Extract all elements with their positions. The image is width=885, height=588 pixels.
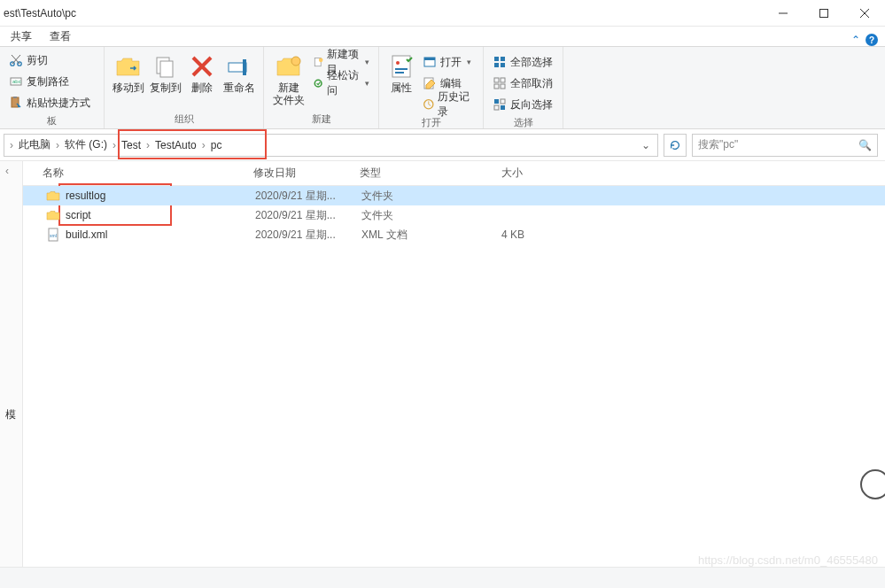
svg-rect-17 [243, 59, 246, 75]
new-folder-button[interactable]: 新建 文件夹 [271, 50, 307, 107]
floating-button[interactable] [860, 469, 885, 499]
svg-rect-38 [494, 99, 499, 104]
col-type[interactable]: 类型 [360, 166, 466, 181]
status-bar [0, 567, 885, 588]
col-name[interactable]: 名称 [23, 166, 253, 181]
close-button[interactable] [844, 0, 885, 27]
copy-to-button[interactable]: 复制到 [149, 50, 182, 95]
properties-icon [387, 52, 415, 81]
svg-rect-36 [494, 84, 499, 89]
move-to-button[interactable]: 移动到 [112, 50, 145, 95]
svg-text:xml: xml [50, 233, 57, 238]
chevron-down-icon: ▾ [467, 58, 471, 66]
maximize-button[interactable] [803, 0, 844, 27]
paste-shortcut-icon [9, 96, 23, 110]
file-row[interactable]: xmlbuild.xml2020/9/21 星期...XML 文档4 KB [23, 225, 885, 244]
easy-access-icon [313, 76, 323, 90]
svg-point-23 [396, 61, 400, 65]
file-icon: xml [46, 228, 60, 242]
svg-rect-24 [395, 68, 408, 70]
breadcrumb-item[interactable]: 此电脑 [15, 137, 54, 152]
ribbon-collapse-icon[interactable]: ⌃ [851, 34, 860, 46]
svg-rect-25 [395, 72, 404, 74]
refresh-button[interactable] [664, 134, 687, 157]
chevron-right-icon: › [8, 139, 15, 151]
new-folder-icon [275, 52, 303, 81]
cut-button[interactable]: 剪切 [7, 50, 92, 70]
breadcrumb-dropdown[interactable]: ⌄ [638, 139, 654, 151]
open-button[interactable]: 打开▾ [421, 52, 476, 72]
select-none-button[interactable]: 全部取消 [491, 74, 555, 93]
file-date: 2020/9/21 星期... [255, 228, 361, 243]
column-headers: 名称 修改日期 类型 大小 [23, 161, 885, 186]
svg-point-18 [291, 57, 300, 66]
svg-rect-40 [494, 105, 499, 110]
search-placeholder: 搜索"pc" [698, 137, 858, 152]
rename-icon [225, 52, 253, 81]
move-to-icon [114, 52, 143, 81]
history-button[interactable]: 历史记录 [421, 95, 476, 114]
svg-rect-33 [501, 63, 505, 67]
delete-button[interactable]: 删除 [186, 50, 220, 95]
svg-rect-32 [494, 63, 499, 67]
rename-button[interactable]: 重命名 [222, 50, 256, 95]
svg-text:abc: abc [12, 79, 21, 84]
file-type: 文件夹 [361, 189, 468, 204]
title-bar: est\TestAuto\pc [0, 0, 885, 27]
select-all-icon [493, 55, 507, 69]
address-bar: › 此电脑 › 软件 (G:) › Test › TestAuto › pc ⌄… [0, 129, 885, 161]
breadcrumb[interactable]: › 此电脑 › 软件 (G:) › Test › TestAuto › pc ⌄ [4, 134, 658, 157]
svg-rect-34 [494, 78, 499, 82]
help-icon[interactable]: ? [866, 34, 878, 46]
svg-rect-13 [160, 61, 173, 77]
delete-icon [188, 52, 216, 81]
col-date[interactable]: 修改日期 [253, 166, 360, 181]
file-row[interactable]: resultlog2020/9/21 星期...文件夹 [23, 186, 885, 205]
file-size: 4 KB [468, 228, 539, 241]
minimize-button[interactable] [763, 0, 803, 27]
select-none-icon [493, 76, 507, 90]
group-clipboard-label: 板 [7, 112, 97, 130]
svg-rect-37 [501, 84, 505, 89]
tab-share[interactable]: 共享 [2, 27, 41, 46]
col-size[interactable]: 大小 [466, 166, 537, 181]
copy-to-icon [151, 52, 180, 81]
select-all-button[interactable]: 全部选择 [491, 52, 555, 72]
search-icon: 🔍 [858, 139, 872, 151]
svg-rect-35 [501, 78, 505, 82]
folder-icon [46, 208, 60, 222]
svg-point-20 [319, 58, 323, 62]
ribbon: 剪切 abc复制路径 粘贴快捷方式 板 移动到 复制到 删除 重命名 组织 新建… [0, 47, 885, 129]
group-select-label: 选择 [491, 114, 555, 132]
scissors-icon [9, 53, 23, 67]
new-item-icon [313, 55, 323, 69]
paste-shortcut-button[interactable]: 粘贴快捷方式 [7, 93, 92, 112]
tab-view[interactable]: 查看 [41, 27, 80, 46]
chevron-down-icon: ▾ [365, 58, 369, 66]
open-icon [423, 55, 437, 69]
chevron-right-icon: › [54, 139, 61, 151]
easy-access-button[interactable]: 轻松访问▾ [311, 74, 371, 93]
file-name: build.xml [66, 228, 255, 241]
group-open-label: 打开 [386, 114, 476, 132]
file-date: 2020/9/21 星期... [255, 189, 361, 204]
svg-point-21 [314, 80, 322, 87]
invert-selection-button[interactable]: 反向选择 [491, 95, 555, 114]
history-icon [423, 97, 435, 112]
file-name: script [66, 209, 255, 221]
edit-icon [423, 76, 437, 90]
annotation-highlight [118, 129, 267, 159]
file-row[interactable]: script2020/9/21 星期...文件夹 [23, 205, 885, 225]
file-name: resultlog [66, 190, 255, 202]
properties-button[interactable]: 属性 [386, 50, 417, 95]
nav-pane-collapsed[interactable]: ‹ 模 [0, 161, 23, 567]
group-new-label: 新建 [271, 111, 371, 128]
search-input[interactable]: 搜索"pc" 🔍 [692, 134, 878, 157]
breadcrumb-item[interactable]: 软件 (G:) [61, 137, 111, 152]
copy-path-button[interactable]: abc复制路径 [7, 72, 92, 91]
folder-icon [46, 189, 60, 203]
file-list: 名称 修改日期 类型 大小 resultlog2020/9/21 星期...文件… [23, 161, 885, 567]
chevron-left-icon: ‹ [5, 165, 9, 177]
file-type: 文件夹 [361, 208, 468, 223]
svg-line-7 [12, 55, 19, 64]
